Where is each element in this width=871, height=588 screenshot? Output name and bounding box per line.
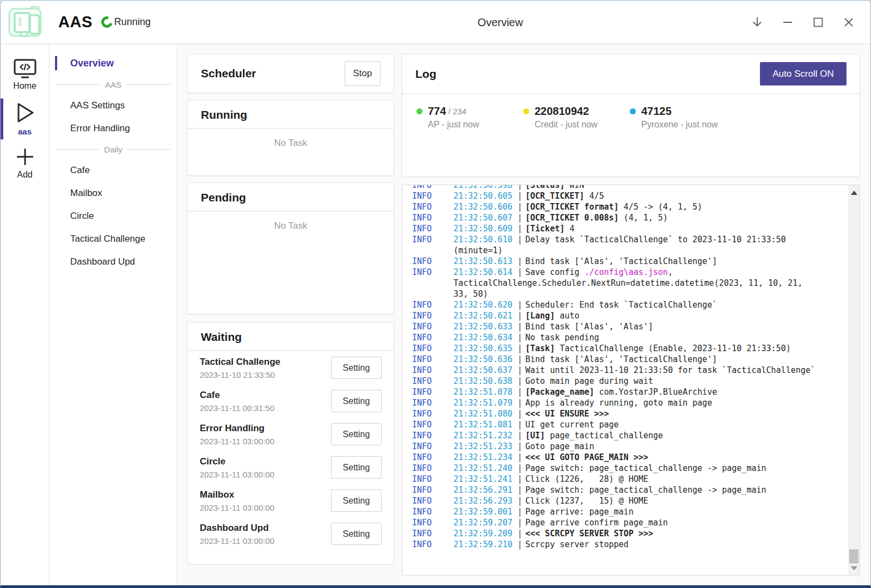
log-line: INFO21:32:50.598|[Status] WIN bbox=[412, 185, 847, 191]
nav-section-daily: Daily bbox=[50, 140, 177, 159]
log-line: 33, 50) bbox=[412, 289, 847, 299]
maximize-button[interactable] bbox=[806, 10, 830, 34]
log-header: Log Auto Scroll ON bbox=[402, 54, 860, 94]
rail-item-home[interactable]: Home bbox=[1, 54, 49, 96]
scrollbar-thumb[interactable] bbox=[849, 549, 858, 564]
setting-button-circle[interactable]: Setting bbox=[331, 456, 382, 479]
pending-title: Pending bbox=[201, 191, 381, 204]
scroll-down-icon[interactable] bbox=[851, 566, 857, 571]
stat-dot-icon bbox=[523, 108, 529, 114]
log-line: INFO21:32:59.207|Page arrive confirm pag… bbox=[412, 517, 847, 528]
waiting-item-error-handling: Error Handling2023-11-11 03:00:00Setting bbox=[188, 418, 394, 451]
log-line: INFO21:32:56.293|Click (1237, 15) @ HOME bbox=[412, 495, 847, 506]
nav-item-cafe[interactable]: Cafe bbox=[50, 159, 177, 182]
nav-item-mailbox[interactable]: Mailbox bbox=[50, 182, 177, 205]
rail-item-aas[interactable]: aas bbox=[1, 96, 49, 142]
page-title: Overview bbox=[477, 16, 523, 28]
nav-section-aas: AAS bbox=[50, 75, 177, 94]
nav-section-label: AAS bbox=[105, 80, 121, 89]
log-line: INFO21:32:51.078|[Package_name] com.Yost… bbox=[412, 387, 847, 397]
log-line: INFO21:32:50.635|[Task] TacticalChalleng… bbox=[412, 343, 847, 354]
log-line: INFO21:32:50.613|Bind task ['Alas', 'Tac… bbox=[412, 256, 847, 267]
titlebar: AAS Running Overview bbox=[1, 1, 870, 44]
window-controls bbox=[745, 1, 861, 44]
running-card: Running No Task bbox=[187, 100, 394, 176]
nav-item-tactical-challenge[interactable]: Tactical Challenge bbox=[50, 228, 177, 250]
stat-label: Credit - just now bbox=[535, 120, 630, 130]
scheduler-card: Scheduler Stop bbox=[187, 54, 394, 93]
running-title: Running bbox=[201, 108, 381, 121]
close-button[interactable] bbox=[837, 10, 861, 34]
rail-item-add[interactable]: Add bbox=[1, 142, 49, 185]
pending-card: Pending No Task bbox=[187, 182, 394, 314]
scheduler-status: Running bbox=[101, 16, 151, 28]
log-line: INFO21:32:50.634|No task pending bbox=[412, 332, 847, 343]
nav-item-circle[interactable]: Circle bbox=[50, 205, 177, 228]
stat-label: Pyroxene - just now bbox=[641, 120, 737, 130]
activity-rail: Home aas Add bbox=[1, 44, 50, 585]
waiting-item-mailbox: Mailbox2023-11-11 03:00:00Setting bbox=[188, 484, 394, 517]
setting-button-error-handling[interactable]: Setting bbox=[331, 423, 382, 445]
waiting-task-name: Dashboard Upd bbox=[200, 523, 274, 534]
stat-pyroxene: 47125Pyroxene - just now bbox=[630, 105, 737, 130]
stat-dot-icon bbox=[416, 108, 422, 114]
setting-button-cafe[interactable]: Setting bbox=[331, 390, 382, 412]
log-line: INFO21:32:50.621|[Lang] auto bbox=[412, 310, 847, 321]
minimize-button[interactable] bbox=[776, 10, 800, 34]
scroll-up-icon[interactable] bbox=[851, 191, 857, 195]
log-line: INFO21:32:51.241|Click (1226, 28) @ HOME bbox=[412, 474, 847, 485]
stat-credit: 220810942Credit - just now bbox=[523, 105, 630, 130]
waiting-list: Tactical Challenge2023-11-10 21:33:50Set… bbox=[188, 351, 394, 550]
waiting-item-dashboard-upd: Dashboard Upd2023-11-11 03:00:00Setting bbox=[188, 517, 394, 550]
status-label: Running bbox=[114, 16, 151, 28]
log-line: INFO21:32:59.210|Scrcpy server stopped bbox=[412, 539, 847, 550]
log-line: INFO21:32:50.605|[OCR_TICKET] 4/5 bbox=[412, 191, 847, 201]
code-monitor-icon bbox=[13, 58, 37, 79]
log-line: INFO21:32:51.079|App is already running,… bbox=[412, 397, 847, 408]
waiting-task-next-run: 2023-11-11 03:00:00 bbox=[200, 503, 274, 512]
nav-item-dashboard-upd[interactable]: Dashboard Upd bbox=[50, 250, 177, 273]
log-card: Log Auto Scroll ON 774 / 234AP - just no… bbox=[402, 54, 860, 177]
pending-empty-text: No Task bbox=[188, 212, 394, 231]
log-line: INFO21:32:56.291|Page switch: page_tacti… bbox=[412, 485, 847, 495]
log-line: INFO21:32:50.607|[OCR_TICKET 0.008s] (4,… bbox=[412, 212, 847, 223]
close-icon bbox=[843, 17, 854, 28]
main-content: Scheduler Stop Running No Task Pending N… bbox=[177, 44, 870, 585]
log-line: INFO21:32:50.609|[Ticket] 4 bbox=[412, 223, 847, 234]
stat-value: 47125 bbox=[641, 105, 672, 118]
log-line: INFO21:32:50.620|Scheduler: End task `Ta… bbox=[412, 299, 847, 310]
download-button[interactable] bbox=[745, 10, 769, 34]
setting-button-mailbox[interactable]: Setting bbox=[331, 489, 382, 512]
nav-item-error-handling[interactable]: Error Handling bbox=[50, 117, 177, 140]
log-scrollbar[interactable] bbox=[848, 185, 860, 575]
running-header: Running bbox=[188, 100, 394, 129]
app-window: AAS Running Overview bbox=[0, 0, 871, 588]
rail-item-label: Add bbox=[17, 170, 32, 180]
app-logo-icon bbox=[8, 6, 43, 39]
log-line: INFO21:32:59.209|<<< SCRCPY SERVER STOP … bbox=[412, 528, 847, 539]
plus-icon bbox=[14, 146, 36, 168]
app-name: AAS bbox=[58, 13, 93, 31]
nav-item-overview[interactable]: Overview bbox=[50, 52, 177, 75]
setting-button-tactical-challenge[interactable]: Setting bbox=[331, 357, 382, 379]
log-line: INFO21:32:51.233|Goto page_main bbox=[412, 441, 847, 452]
log-title: Log bbox=[415, 68, 436, 81]
stop-button[interactable]: Stop bbox=[345, 61, 381, 86]
log-line: INFO21:32:50.614|Save config ./config\aa… bbox=[412, 267, 847, 278]
stat-ap: 774 / 234AP - just now bbox=[416, 105, 523, 130]
log-line: TacticalChallenge.Scheduler.NextRun=date… bbox=[412, 278, 847, 289]
rail-item-label: Home bbox=[13, 81, 36, 91]
log-stats: 774 / 234AP - just now220810942Credit - … bbox=[402, 94, 860, 130]
nav-item-aas-settings[interactable]: AAS Settings bbox=[50, 94, 177, 117]
minimize-icon bbox=[782, 17, 793, 28]
setting-button-dashboard-upd[interactable]: Setting bbox=[331, 523, 382, 545]
log-column: Log Auto Scroll ON 774 / 234AP - just no… bbox=[402, 54, 860, 575]
log-console[interactable]: INFO21:32:50.598|[Status] WININFO21:32:5… bbox=[402, 185, 860, 575]
waiting-task-next-run: 2023-11-10 21:33:50 bbox=[200, 370, 280, 379]
waiting-header: Waiting bbox=[188, 322, 394, 351]
waiting-item-cafe: Cafe2023-11-11 00:31:50Setting bbox=[188, 384, 394, 418]
waiting-task-next-run: 2023-11-11 03:00:00 bbox=[200, 470, 274, 479]
log-line: INFO21:32:59.001|Page arrive: page_main bbox=[412, 506, 847, 517]
nav-list: OverviewAASAAS SettingsError HandlingDai… bbox=[50, 44, 177, 585]
auto-scroll-button[interactable]: Auto Scroll ON bbox=[760, 62, 847, 85]
